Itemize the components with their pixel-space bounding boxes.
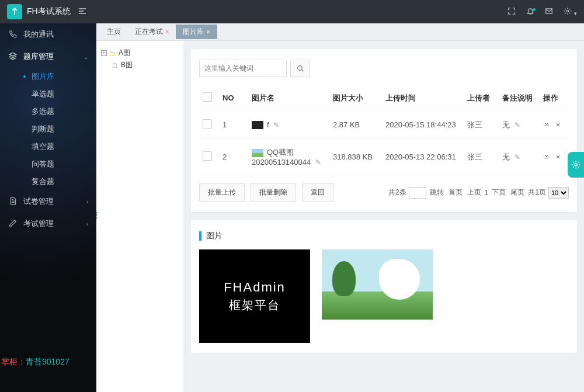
th-name: 图片名 — [248, 85, 329, 111]
pager-total: 共2条 — [388, 188, 406, 197]
close-icon[interactable]: × — [165, 28, 169, 35]
pager-prev[interactable]: 上页 — [466, 188, 482, 197]
th-op: 操作 — [540, 85, 569, 111]
cell-uploader: 张三 — [464, 139, 499, 175]
app-logo — [7, 4, 22, 19]
cell-size: 2.87 KB — [329, 111, 382, 139]
th-time: 上传时间 — [382, 85, 464, 111]
stack-icon — [8, 52, 18, 62]
preview-title: 图片 — [199, 231, 569, 241]
checkbox[interactable] — [203, 151, 212, 161]
sidebar-sub-multi[interactable]: 多选题 — [23, 103, 96, 120]
pager-first[interactable]: 首页 — [447, 188, 464, 197]
doc-icon — [8, 197, 18, 207]
sidebar-sub-judge[interactable]: 判断题 — [23, 120, 96, 138]
edit-icon[interactable]: ✎ — [515, 121, 520, 129]
batch-delete-button[interactable]: 批量删除 — [251, 183, 296, 202]
sidebar-item-paper[interactable]: 试卷管理 › — [0, 190, 96, 213]
pager-jump[interactable]: 跳转 — [429, 188, 445, 197]
search-input[interactable] — [199, 60, 287, 77]
preview-image-1[interactable]: FHAdmin 框架平台 — [199, 249, 310, 343]
sidebar-item-exam[interactable]: 考试管理 › — [0, 213, 96, 235]
edit-icon[interactable]: ✎ — [315, 158, 321, 166]
search-button[interactable] — [290, 60, 310, 77]
gear-icon[interactable]: ▾ — [564, 7, 577, 17]
tree-node-a[interactable]: + 🗀 A图 — [101, 47, 179, 59]
close-icon[interactable]: × — [206, 28, 210, 35]
image-table: NO 图片名 图片大小 上传时间 上传者 备注说明 操作 1 — [199, 85, 569, 175]
pager-current: 1 — [485, 189, 489, 197]
main: 主页 正在考试× 图片库× + 🗀 A图 🗋 B图 — [96, 23, 584, 392]
sidebar-submenu: 图片库 单选题 多选题 判断题 填空题 问答题 复合题 — [0, 68, 96, 190]
thumbnail — [252, 121, 263, 129]
th-size: 图片大小 — [329, 85, 382, 111]
tab-exam-running[interactable]: 正在考试× — [128, 25, 176, 39]
edit-icon[interactable]: ✎ — [273, 121, 279, 129]
preview-image-2[interactable] — [322, 249, 433, 320]
cell-name: QQ截图20200513140044 ✎ — [248, 139, 329, 175]
th-no: NO — [219, 85, 248, 111]
pager-next[interactable]: 下页 — [491, 188, 507, 197]
folder-tree: + 🗀 A图 🗋 B图 — [96, 41, 184, 392]
preview-card: 图片 FHAdmin 框架平台 — [191, 220, 577, 353]
download-icon[interactable] — [543, 120, 550, 129]
tab-bar: 主页 正在考试× 图片库× — [96, 23, 584, 41]
table-row: 2 QQ截图20200513140044 ✎ 318.838 KB 2020-0… — [199, 139, 569, 175]
sidebar-label: 试卷管理 — [23, 196, 86, 207]
expand-icon[interactable]: + — [101, 50, 107, 56]
sidebar-toggle-icon[interactable] — [78, 6, 87, 18]
tab-image-lib[interactable]: 图片库× — [176, 25, 217, 39]
back-button[interactable]: 返回 — [302, 183, 333, 202]
sidebar-label: 我的通讯 — [23, 29, 88, 40]
resize-handle-icon[interactable]: ⋮ — [94, 208, 99, 222]
fullscreen-icon[interactable] — [507, 7, 516, 17]
svg-point-2 — [297, 65, 302, 70]
bell-icon[interactable] — [526, 7, 534, 17]
pager-last[interactable]: 尾页 — [509, 188, 526, 197]
sidebar-sub-image-lib[interactable]: 图片库 — [23, 68, 96, 85]
pager-size-select[interactable]: 10 — [548, 187, 569, 199]
topbar: FH考试系统 ▾ — [0, 0, 584, 23]
sidebar-label: 题库管理 — [23, 51, 84, 62]
checkbox-all[interactable] — [203, 92, 212, 102]
pager-jump-input[interactable] — [409, 187, 426, 199]
sidebar-sub-blank[interactable]: 填空题 — [23, 138, 96, 155]
file-icon: 🗋 — [112, 61, 119, 70]
cell-uploader: 张三 — [464, 111, 499, 139]
folder-icon: 🗀 — [109, 49, 116, 57]
sidebar-footer: 掌柜：青苔901027 — [1, 357, 69, 367]
sidebar-item-question-bank[interactable]: 题库管理 ⌄ — [0, 46, 96, 68]
topbar-actions: ▾ — [507, 7, 577, 17]
cell-remark: 无 ✎ — [499, 139, 540, 175]
sidebar-sub-compound[interactable]: 复合题 — [23, 173, 96, 190]
sidebar-label: 考试管理 — [23, 218, 86, 229]
pager-pages: 共1页 — [528, 188, 546, 197]
thumbnail — [252, 149, 263, 157]
tab-home[interactable]: 主页 — [100, 25, 128, 39]
sidebar-sub-single[interactable]: 单选题 — [23, 85, 96, 103]
cell-actions: × — [540, 139, 569, 175]
edit-icon[interactable]: ✎ — [515, 153, 520, 161]
sidebar-sub-qa[interactable]: 问答题 — [23, 155, 96, 173]
chevron-right-icon: › — [86, 221, 88, 227]
checkbox[interactable] — [203, 119, 212, 129]
mail-icon[interactable] — [545, 7, 553, 17]
sidebar-item-contacts[interactable]: 我的通讯 — [0, 23, 96, 46]
delete-icon[interactable]: × — [556, 120, 561, 129]
cell-time: 2020-05-13 22:06:31 — [382, 139, 464, 175]
th-remark: 备注说明 — [499, 85, 540, 111]
floating-settings-icon[interactable] — [568, 152, 584, 178]
cell-size: 318.838 KB — [329, 139, 382, 175]
chevron-down-icon: ⌄ — [84, 54, 88, 60]
tree-node-b[interactable]: 🗋 B图 — [112, 59, 179, 71]
delete-icon[interactable]: × — [556, 152, 561, 161]
table-row: 1 f ✎ 2.87 KB 2020-05-15 18:44:23 张三 无 ✎… — [199, 111, 569, 139]
app-title: FH考试系统 — [27, 6, 71, 17]
list-card: NO 图片名 图片大小 上传时间 上传者 备注说明 操作 1 — [191, 49, 577, 212]
download-icon[interactable] — [543, 152, 550, 161]
phone-icon — [8, 30, 18, 40]
cell-no: 2 — [219, 139, 248, 175]
cell-time: 2020-05-15 18:44:23 — [382, 111, 464, 139]
pagination: 共2条 跳转 首页 上页 1 下页 尾页 共1页 10 — [388, 187, 569, 199]
batch-upload-button[interactable]: 批量上传 — [199, 183, 245, 202]
